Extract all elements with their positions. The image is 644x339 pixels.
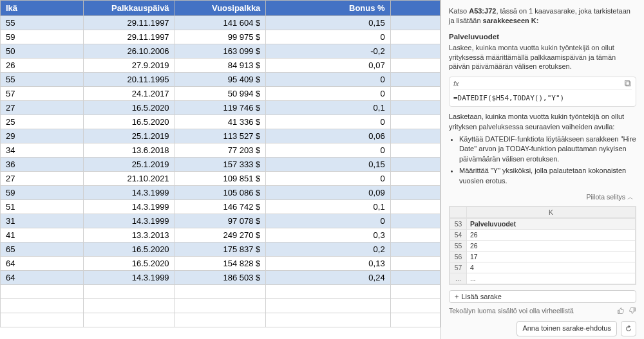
cell[interactable]: 14.3.1999 [83, 214, 175, 228]
cell[interactable]: 0 [266, 87, 390, 101]
cell-empty[interactable] [390, 172, 440, 186]
cell-empty[interactable] [390, 101, 440, 115]
cell[interactable]: 59 [1, 30, 84, 44]
cell[interactable]: 57 [1, 87, 84, 101]
cell[interactable]: 0,07 [266, 59, 390, 73]
col-header-ika[interactable]: Ikä [1, 1, 84, 16]
cell[interactable]: 29.11.1997 [83, 16, 175, 30]
cell[interactable]: 0,06 [266, 129, 390, 143]
table-row[interactable]: 5520.11.199595 409 $0 [1, 73, 440, 87]
table-row[interactable]: 5914.3.1999105 086 $0,09 [1, 186, 440, 200]
cell[interactable]: 16.5.2020 [83, 101, 175, 115]
table-row[interactable]: 2627.9.201984 913 $0,07 [1, 59, 440, 73]
cell[interactable]: 13.3.2013 [83, 228, 175, 243]
cell[interactable]: 0 [266, 115, 390, 129]
cell[interactable]: 0,1 [266, 200, 390, 214]
cell[interactable]: 29 [1, 129, 84, 143]
cell[interactable]: 41 [1, 228, 84, 243]
refresh-button[interactable] [621, 321, 636, 336]
cell-empty[interactable] [390, 257, 440, 271]
col-header-palkkauspaiva[interactable]: Palkkauspäivä [83, 1, 175, 16]
cell-empty[interactable] [390, 214, 440, 228]
cell-empty[interactable] [266, 313, 390, 327]
cell[interactable]: 0,3 [266, 228, 390, 243]
cell-empty[interactable] [1, 299, 84, 313]
cell[interactable]: 109 851 $ [175, 172, 266, 186]
cell-empty[interactable] [390, 271, 440, 285]
cell[interactable]: -0,2 [266, 44, 390, 59]
cell-empty[interactable] [1, 313, 84, 327]
cell[interactable]: 65 [1, 243, 84, 257]
col-header-vuosipalkka[interactable]: Vuosipalkka [175, 1, 266, 16]
table-row[interactable]: 3114.3.199997 078 $0 [1, 214, 440, 228]
cell[interactable]: 0,2 [266, 243, 390, 257]
cell[interactable]: 146 742 $ [175, 200, 266, 214]
thumbs-down-icon[interactable] [629, 307, 636, 315]
cell[interactable]: 50 [1, 44, 84, 59]
cell[interactable]: 0,1 [266, 101, 390, 115]
cell[interactable]: 14.3.1999 [83, 271, 175, 285]
cell[interactable]: 77 203 $ [175, 143, 266, 158]
cell-empty[interactable] [390, 115, 440, 129]
cell-empty[interactable] [390, 243, 440, 257]
cell[interactable]: 51 [1, 200, 84, 214]
add-column-button[interactable]: + Lisää sarake [449, 290, 636, 303]
cell-empty[interactable] [390, 59, 440, 73]
thumbs-up-icon[interactable] [617, 307, 625, 315]
cell[interactable]: 27 [1, 172, 84, 186]
table-row[interactable]: 6414.3.1999186 503 $0,24 [1, 271, 440, 285]
cell[interactable]: 34 [1, 143, 84, 158]
cell-empty[interactable] [390, 30, 440, 44]
cell[interactable]: 27 [1, 101, 84, 115]
cell-empty[interactable] [390, 186, 440, 200]
cell-empty[interactable] [83, 299, 175, 313]
cell-empty[interactable] [1, 285, 84, 299]
cell[interactable]: 95 409 $ [175, 73, 266, 87]
table-row[interactable]: 4113.3.2013249 270 $0,3 [1, 228, 440, 243]
cell-empty[interactable] [390, 73, 440, 87]
cell[interactable]: 157 333 $ [175, 158, 266, 172]
cell[interactable]: 14.3.1999 [83, 200, 175, 214]
cell[interactable]: 41 336 $ [175, 115, 266, 129]
cell-empty[interactable] [266, 285, 390, 299]
cell-empty[interactable] [175, 313, 266, 327]
cell[interactable]: 14.3.1999 [83, 186, 175, 200]
cell-empty[interactable] [390, 87, 440, 101]
cell[interactable]: 119 746 $ [175, 101, 266, 115]
table-row[interactable]: 5929.11.199799 975 $0 [1, 30, 440, 44]
cell[interactable]: 64 [1, 257, 84, 271]
table-row[interactable]: 2716.5.2020119 746 $0,1 [1, 101, 440, 115]
cell[interactable]: 84 913 $ [175, 59, 266, 73]
table-row[interactable]: 6416.5.2020154 828 $0,13 [1, 257, 440, 271]
table-row[interactable]: 2516.5.202041 336 $0 [1, 115, 440, 129]
cell-empty[interactable] [390, 129, 440, 143]
cell[interactable]: 64 [1, 271, 84, 285]
cell[interactable]: 27.9.2019 [83, 59, 175, 73]
cell[interactable]: 16.5.2020 [83, 257, 175, 271]
cell[interactable]: 36 [1, 158, 84, 172]
cell-empty[interactable] [390, 299, 440, 313]
cell-empty[interactable] [390, 16, 440, 30]
cell[interactable]: 55 [1, 73, 84, 87]
cell[interactable]: 16.5.2020 [83, 243, 175, 257]
table-row[interactable]: 5529.11.1997141 604 $0,15 [1, 16, 440, 30]
cell[interactable]: 20.11.1995 [83, 73, 175, 87]
cell-empty[interactable] [390, 200, 440, 214]
cell[interactable]: 0,13 [266, 257, 390, 271]
suggest-another-button[interactable]: Anna toinen sarake-ehdotus [516, 321, 617, 336]
cell[interactable]: 97 078 $ [175, 214, 266, 228]
cell[interactable]: 31 [1, 214, 84, 228]
cell[interactable]: 25.1.2019 [83, 129, 175, 143]
hide-explanation-toggle[interactable]: Piilota selitys ︿ [449, 193, 636, 202]
cell[interactable]: 24.1.2017 [83, 87, 175, 101]
cell-empty[interactable] [390, 158, 440, 172]
cell[interactable]: 0,24 [266, 271, 390, 285]
cell[interactable]: 25 [1, 115, 84, 129]
cell[interactable]: 154 828 $ [175, 257, 266, 271]
cell[interactable]: 55 [1, 16, 84, 30]
table-row[interactable]: 2925.1.2019113 527 $0,06 [1, 129, 440, 143]
table-row[interactable]: 5114.3.1999146 742 $0,1 [1, 200, 440, 214]
cell-empty[interactable] [175, 285, 266, 299]
table-row[interactable]: 6516.5.2020175 837 $0,2 [1, 243, 440, 257]
cell[interactable]: 50 994 $ [175, 87, 266, 101]
